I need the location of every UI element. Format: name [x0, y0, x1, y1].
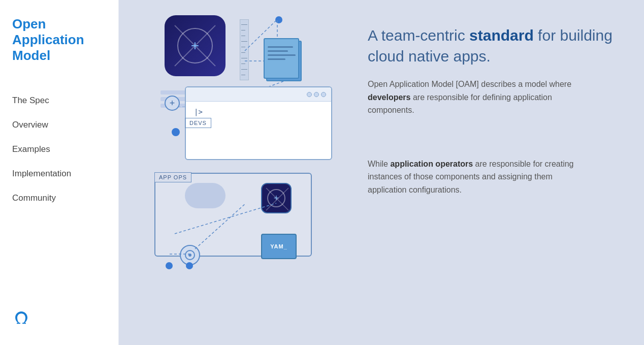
- sidebar-item-examples[interactable]: Examples: [12, 137, 106, 162]
- app-icon-box: +: [165, 15, 226, 76]
- target-cross: [262, 184, 293, 214]
- terminal-titlebar: [186, 87, 331, 102]
- ruler-tick: [241, 24, 247, 25]
- devs-label: DEVS: [185, 118, 211, 128]
- bottom-section: While application operators are responsi…: [368, 158, 619, 197]
- nav-menu: The Spec Overview Examples Implementatio…: [12, 88, 106, 296]
- content-area: A team-centric standard for building clo…: [352, 0, 644, 345]
- ruler-tick: [241, 36, 245, 36]
- doc-line: [268, 54, 296, 56]
- connector-dot-top-right: [275, 16, 282, 23]
- target-icon: +: [261, 183, 292, 213]
- omega-icon: [12, 308, 30, 327]
- terminal-cursor: |>: [194, 108, 203, 116]
- ruler-tick: [241, 47, 245, 47]
- connector-dot-2: [186, 262, 193, 269]
- connector-dot-bottom-left: [172, 128, 180, 136]
- devs-scene: +: [134, 10, 347, 168]
- ruler-tick: [241, 69, 247, 70]
- body-text-2: While application operators are responsi…: [368, 158, 591, 197]
- ruler-tick: [241, 75, 245, 75]
- appops-label: APP OPS: [154, 172, 191, 182]
- plus-circle: +: [165, 96, 180, 111]
- logo: Open Application Model: [12, 16, 106, 64]
- sidebar-bottom: [12, 296, 106, 329]
- app-icon-inner: +: [177, 28, 213, 64]
- ruler-tick: [241, 30, 245, 30]
- sidebar-item-the-spec[interactable]: The Spec: [12, 88, 106, 113]
- doc-lines: [265, 39, 298, 63]
- sidebar: Open Application Model The Spec Overview…: [0, 0, 119, 345]
- shield-inner: [185, 250, 195, 260]
- ruler: [240, 19, 249, 80]
- terminal-dot: [314, 92, 319, 97]
- terminal-dot: [307, 92, 312, 97]
- doc-stack: [264, 38, 304, 84]
- doc-front: [264, 38, 299, 79]
- connector-dot-1: [166, 262, 173, 269]
- ruler-tick: [241, 52, 245, 53]
- doc-line: [268, 46, 293, 48]
- doc-line: [268, 50, 288, 52]
- sidebar-item-implementation[interactable]: Implementation: [12, 162, 106, 186]
- appops-scene: APP OPS +: [134, 173, 327, 274]
- headline-bold: standard: [469, 27, 534, 44]
- logo-text: Open Application Model: [12, 16, 106, 64]
- app-icon-plus: +: [191, 38, 199, 54]
- top-section: A team-centric standard for building clo…: [368, 25, 619, 117]
- headline: A team-centric standard for building clo…: [368, 25, 619, 67]
- ruler-tick: [241, 41, 247, 42]
- illustration-area: +: [119, 0, 352, 345]
- doc-line: [268, 58, 285, 60]
- target-outer: +: [261, 183, 292, 213]
- yam-box: YAM_: [261, 234, 297, 259]
- ruler-tick: [241, 58, 247, 58]
- sidebar-item-overview[interactable]: Overview: [12, 113, 106, 137]
- cloud-shape: [185, 183, 226, 208]
- main-content: +: [119, 0, 644, 345]
- shield-dot: [188, 254, 191, 257]
- ruler-tick: [241, 64, 245, 64]
- sidebar-item-community[interactable]: Community: [12, 186, 106, 210]
- body-text-1: Open Application Model [OAM] describes a…: [368, 78, 591, 117]
- terminal-dot: [321, 92, 326, 97]
